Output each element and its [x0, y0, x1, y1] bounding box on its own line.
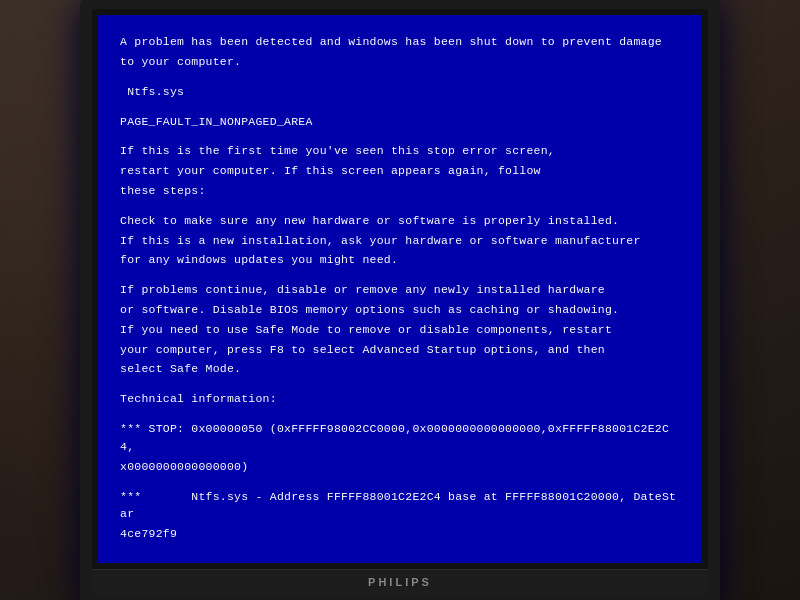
bsod-line-11: If problems continue, disable or remove … [120, 281, 680, 299]
bsod-line-8: Check to make sure any new hardware or s… [120, 212, 680, 230]
monitor-brand-label: PHILIPS [368, 576, 432, 588]
bsod-spacer-6 [120, 380, 680, 390]
bsod-line-1: A problem has been detected and windows … [120, 33, 680, 51]
bsod-spacer-8 [120, 478, 680, 488]
bsod-line-12: or software. Disable BIOS memory options… [120, 301, 680, 319]
bsod-line-19: *** Ntfs.sys - Address FFFFF88001C2E2C4 … [120, 488, 680, 524]
bsod-line-9: If this is a new installation, ask your … [120, 232, 680, 250]
bsod-line-3: Ntfs.sys [120, 83, 680, 101]
monitor-bezel: A problem has been detected and windows … [92, 9, 708, 569]
bsod-spacer-1 [120, 73, 680, 83]
monitor-logo-bar: PHILIPS [92, 569, 708, 595]
bsod-line-14: your computer, press F8 to select Advanc… [120, 341, 680, 359]
bsod-line-18: x0000000000000000) [120, 458, 680, 476]
bsod-line-17: *** STOP: 0x00000050 (0xFFFFF98002CC0000… [120, 420, 680, 456]
bsod-line-16: Technical information: [120, 390, 680, 408]
bsod-line-7: these steps: [120, 182, 680, 200]
bsod-line-6: restart your computer. If this screen ap… [120, 162, 680, 180]
bsod-line-15: select Safe Mode. [120, 360, 680, 378]
bsod-spacer-5 [120, 271, 680, 281]
bsod-spacer-2 [120, 103, 680, 113]
bsod-line-5: If this is the first time you've seen th… [120, 142, 680, 160]
bsod-content: A problem has been detected and windows … [120, 33, 680, 543]
bsod-line-4: PAGE_FAULT_IN_NONPAGED_AREA [120, 113, 680, 131]
bsod-spacer-7 [120, 410, 680, 420]
bsod-line-2: to your computer. [120, 53, 680, 71]
bsod-screen: A problem has been detected and windows … [98, 15, 702, 563]
bsod-spacer-3 [120, 132, 680, 142]
bsod-line-13: If you need to use Safe Mode to remove o… [120, 321, 680, 339]
bsod-spacer-4 [120, 202, 680, 212]
bsod-line-20: 4ce792f9 [120, 525, 680, 543]
monitor: A problem has been detected and windows … [80, 0, 720, 600]
bsod-line-10: for any windows updates you might need. [120, 251, 680, 269]
